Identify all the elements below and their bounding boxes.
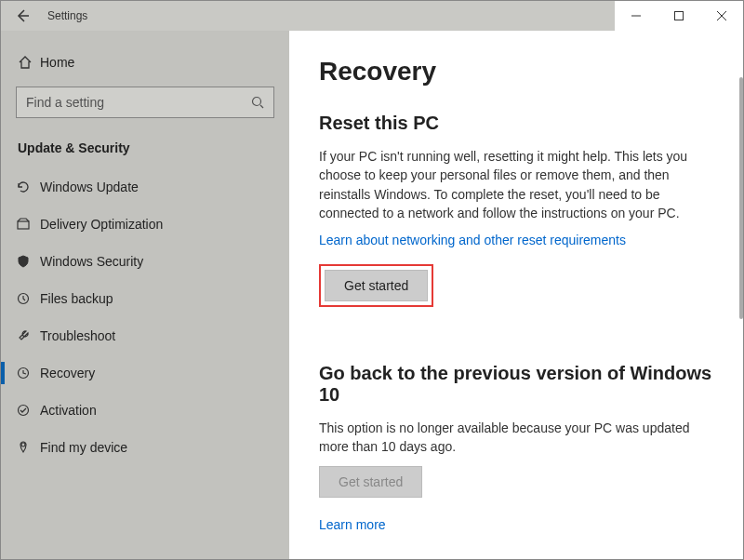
- page-title: Recovery: [319, 57, 717, 87]
- settings-window: Settings Home Update: [0, 0, 744, 560]
- svg-point-5: [19, 406, 29, 416]
- sidebar-home-label: Home: [40, 55, 74, 70]
- wrench-icon: [16, 328, 40, 343]
- recovery-icon: [16, 366, 40, 380]
- sidebar-item-label: Troubleshoot: [40, 328, 115, 343]
- back-button[interactable]: [1, 1, 44, 31]
- search-icon: [251, 96, 264, 109]
- refresh-icon: [16, 180, 40, 194]
- sidebar: Home Update & Security Windows Update De…: [1, 31, 289, 559]
- sidebar-item-find-my-device[interactable]: Find my device: [1, 429, 289, 466]
- close-icon: [717, 11, 726, 20]
- sidebar-item-label: Delivery Optimization: [40, 217, 163, 232]
- goback-heading: Go back to the previous version of Windo…: [319, 363, 717, 406]
- delivery-icon: [16, 217, 40, 232]
- svg-rect-0: [675, 12, 684, 20]
- reset-learn-link[interactable]: Learn about networking and other reset r…: [319, 233, 626, 247]
- goback-description: This option is no longer available becau…: [319, 419, 717, 457]
- minimize-button[interactable]: [615, 1, 658, 31]
- sidebar-item-delivery-optimization[interactable]: Delivery Optimization: [1, 206, 289, 243]
- maximize-button[interactable]: [658, 1, 700, 31]
- main-content: Recovery Reset this PC If your PC isn't …: [289, 31, 743, 559]
- minimize-icon: [631, 11, 641, 20]
- activation-icon: [16, 403, 40, 418]
- sidebar-item-label: Recovery: [40, 366, 95, 380]
- sidebar-section-title: Update & Security: [1, 135, 289, 168]
- shield-icon: [16, 254, 40, 269]
- scrollbar-thumb[interactable]: [739, 77, 743, 319]
- sidebar-item-activation[interactable]: Activation: [1, 392, 289, 429]
- reset-description: If your PC isn't running well, resetting…: [319, 147, 717, 222]
- sidebar-item-troubleshoot[interactable]: Troubleshoot: [1, 317, 289, 354]
- svg-rect-2: [18, 221, 29, 229]
- sidebar-item-label: Find my device: [40, 440, 127, 455]
- arrow-left-icon: [15, 8, 30, 23]
- sidebar-item-label: Windows Update: [40, 180, 139, 194]
- svg-point-1: [253, 98, 261, 106]
- search-input-container[interactable]: [16, 87, 274, 118]
- search-input[interactable]: [26, 95, 251, 110]
- window-title: Settings: [44, 9, 87, 22]
- highlight-box: Get started: [319, 264, 433, 307]
- sidebar-item-label: Windows Security: [40, 254, 143, 269]
- scrollbar[interactable]: [737, 31, 743, 559]
- backup-icon: [16, 291, 40, 306]
- close-button[interactable]: [700, 1, 743, 31]
- sidebar-item-windows-security[interactable]: Windows Security: [1, 243, 289, 280]
- goback-learn-more-link[interactable]: Learn more: [319, 517, 386, 532]
- svg-point-6: [21, 443, 25, 447]
- sidebar-home[interactable]: Home: [1, 47, 289, 77]
- sidebar-item-label: Activation: [40, 403, 97, 418]
- reset-heading: Reset this PC: [319, 113, 717, 134]
- sidebar-item-windows-update[interactable]: Windows Update: [1, 168, 289, 206]
- reset-get-started-button[interactable]: Get started: [325, 270, 428, 301]
- maximize-icon: [674, 11, 684, 20]
- sidebar-item-recovery[interactable]: Recovery: [1, 354, 289, 392]
- sidebar-item-label: Files backup: [40, 291, 113, 306]
- home-icon: [18, 55, 40, 70]
- titlebar: Settings: [1, 1, 743, 31]
- location-icon: [16, 440, 40, 455]
- goback-get-started-button: Get started: [319, 466, 422, 498]
- sidebar-item-files-backup[interactable]: Files backup: [1, 280, 289, 317]
